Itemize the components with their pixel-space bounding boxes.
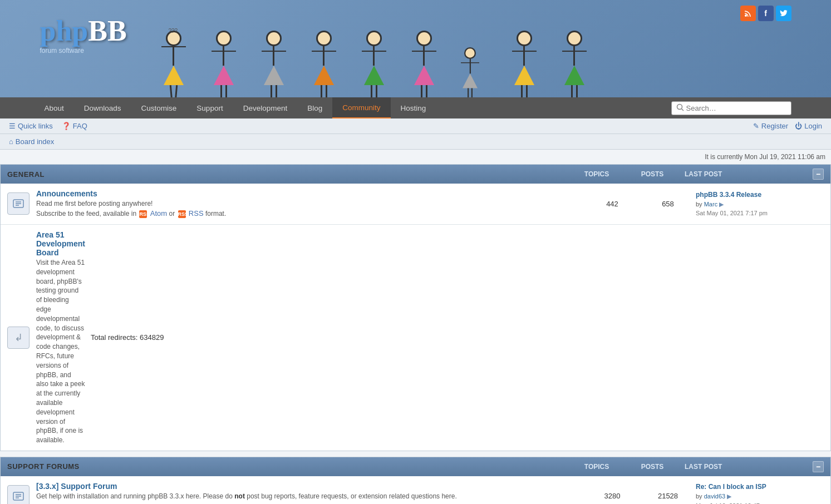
announcements-lp-by: by Marc ▶ (696, 200, 824, 209)
search-box (671, 101, 791, 115)
forum-announcements-name[interactable]: Announcements (36, 189, 584, 198)
breadcrumb: ⌂ Board index (0, 134, 831, 150)
hamburger-icon: ☰ (9, 122, 16, 130)
nav-support[interactable]: Support (186, 97, 233, 118)
33x-lp-by: by david63 ▶ (696, 492, 824, 501)
datetime-text: It is currently Mon Jul 19, 2021 11:06 a… (705, 153, 825, 161)
nav-hosting[interactable]: Hosting (391, 97, 436, 118)
svg-line-2 (681, 108, 684, 111)
support-section-title: SUPPORT FORUMS (7, 462, 80, 471)
33x-view-icon[interactable]: ▶ (727, 493, 731, 500)
nav-blog[interactable]: Blog (297, 97, 332, 118)
forum-33x-desc: Get help with installation and running p… (36, 492, 584, 501)
quicklinks-bar: ☰ Quick links ❓ FAQ ✎ Register ⏻ Login (0, 118, 831, 134)
general-col-lastpost: LAST POST (680, 170, 808, 178)
support-forums-section: SUPPORT FORUMS TOPICS POSTS LAST POST − … (0, 457, 831, 504)
forum-33x-posts: 21528 (640, 492, 696, 500)
nav-community[interactable]: Community (332, 97, 390, 118)
general-col-posts: POSTS (625, 170, 680, 178)
support-col-posts: POSTS (625, 463, 680, 471)
social-icons: f (740, 6, 791, 21)
question-icon: ❓ (62, 122, 71, 130)
navbar: About Downloads Customise Support Develo… (0, 97, 831, 118)
atom-feed-icon: RSS (139, 210, 147, 218)
33x-lp-title[interactable]: Re: Can I block an ISP (696, 482, 824, 492)
forum-announcements-posts: 658 (640, 200, 696, 208)
forum-announcements-lastpost: phpBB 3.3.4 Release by Marc ▶ Sat May 01… (696, 190, 824, 218)
logo-tagline: forum software (40, 47, 127, 55)
table-row: ↲ Area 51 Development Board Visit the Ar… (1, 225, 830, 451)
home-icon: ⌂ (9, 137, 13, 146)
general-collapse-button[interactable]: − (813, 169, 824, 180)
rss-feed-icon: RSS (178, 210, 186, 218)
general-section-cols: TOPICS POSTS LAST POST − (569, 169, 824, 180)
forum-area51-desc: Visit the Area 51 development board, php… (36, 258, 85, 445)
33x-lp-date: Mon Jul 19, 2021 10:47 am (696, 501, 824, 504)
search-icon (676, 103, 684, 113)
forum-announcements-desc: Read me first before posting anywhere! S… (36, 199, 584, 219)
support-col-lastpost: LAST POST (680, 463, 808, 471)
forum-announcements-info: Announcements Read me first before posti… (36, 189, 584, 219)
forum-33x-info: [3.3.x] Support Forum Get help with inst… (36, 482, 584, 504)
rss-icon[interactable] (740, 6, 756, 21)
register-label: Register (761, 122, 788, 130)
announcements-lp-date: Sat May 01, 2021 7:17 pm (696, 209, 824, 218)
nav-about[interactable]: About (35, 97, 74, 118)
forum-area51-redirects: Total redirects: 634829 (85, 333, 824, 342)
login-link[interactable]: ⏻ Login (795, 122, 822, 130)
faq-label: FAQ (73, 122, 87, 130)
forum-announcements-topics: 442 (584, 200, 640, 208)
nav-development[interactable]: Development (233, 97, 298, 118)
forum-announcements-icon (7, 192, 29, 215)
forum-33x-lastpost: Re: Can I block an ISP by david63 ▶ Mon … (696, 482, 824, 504)
forum-area51-name[interactable]: Area 51 Development Board (36, 230, 85, 257)
quicklinks-label: Quick links (18, 122, 53, 130)
general-section: GENERAL TOPICS POSTS LAST POST − Announc… (0, 164, 831, 451)
twitter-icon[interactable] (776, 6, 791, 21)
register-icon: ✎ (753, 122, 759, 130)
announcements-view-icon[interactable]: ▶ (719, 201, 724, 207)
power-icon: ⏻ (795, 122, 802, 130)
atom-link[interactable]: Atom (150, 209, 167, 218)
general-col-topics: TOPICS (569, 170, 625, 178)
search-input[interactable] (686, 104, 786, 112)
support-col-topics: TOPICS (569, 463, 625, 471)
general-section-header: GENERAL TOPICS POSTS LAST POST − (1, 165, 830, 184)
login-label: Login (804, 122, 822, 130)
svg-point-0 (745, 14, 747, 17)
table-row: [3.3.x] Support Forum Get help with inst… (1, 476, 830, 504)
header-decoration: ??? (146, 8, 797, 97)
site-logo[interactable]: phpBB forum software (40, 17, 127, 55)
faq-link[interactable]: ❓ FAQ (62, 122, 87, 130)
announcements-lp-user[interactable]: Marc (704, 201, 717, 207)
site-header: phpBB forum software ??? (0, 0, 831, 97)
board-index-link[interactable]: ⌂ Board index (9, 137, 54, 146)
table-row: Announcements Read me first before posti… (1, 184, 830, 225)
facebook-icon[interactable]: f (758, 6, 774, 21)
forum-area51-info: Area 51 Development Board Visit the Area… (36, 230, 85, 445)
datetime-line: It is currently Mon Jul 19, 2021 11:06 a… (0, 150, 831, 164)
content-wrapper: ☰ Quick links ❓ FAQ ✎ Register ⏻ Login ⌂… (0, 118, 831, 504)
board-index-label: Board index (16, 137, 54, 146)
general-section-title: GENERAL (7, 170, 45, 179)
support-section-cols: TOPICS POSTS LAST POST − (569, 461, 824, 472)
forum-33x-name[interactable]: [3.3.x] Support Forum (36, 482, 584, 491)
nav-links: About Downloads Customise Support Develo… (35, 97, 436, 118)
nav-customise[interactable]: Customise (131, 97, 187, 118)
support-collapse-button[interactable]: − (813, 461, 824, 472)
quicklinks-button[interactable]: ☰ Quick links (9, 122, 53, 130)
support-section-header: SUPPORT FORUMS TOPICS POSTS LAST POST − (1, 457, 830, 476)
logo-text: phpBB (40, 17, 127, 46)
forum-33x-icon (7, 485, 29, 504)
nav-downloads[interactable]: Downloads (74, 97, 131, 118)
announcements-lp-title[interactable]: phpBB 3.3.4 Release (696, 190, 824, 200)
33x-lp-user[interactable]: david63 (704, 493, 726, 500)
svg-point-1 (677, 104, 682, 109)
forum-area51-icon: ↲ (7, 327, 29, 349)
forum-33x-topics: 3280 (584, 492, 640, 500)
rss-link[interactable]: RSS (189, 209, 204, 218)
register-link[interactable]: ✎ Register (753, 122, 788, 130)
